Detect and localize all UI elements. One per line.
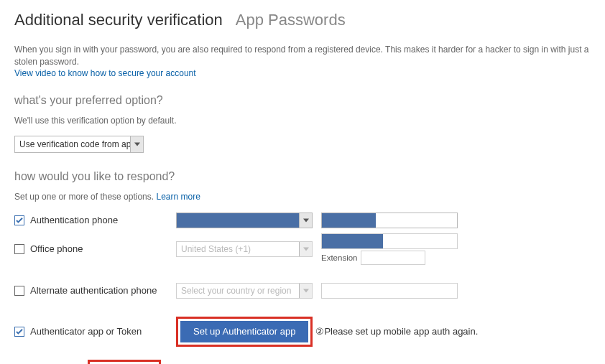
chevron-down-icon [299, 242, 312, 256]
preferred-option-heading: what's your preferred option? [14, 94, 591, 107]
respond-heading: how would you like to respond? [14, 170, 591, 183]
delete-highlight: Delete [88, 360, 161, 364]
redacted-value [322, 213, 376, 228]
auth-app-checkbox[interactable] [14, 327, 24, 337]
preferred-option-sub: We'll use this verification option by de… [14, 116, 591, 126]
alt-phone-number-input[interactable] [321, 283, 458, 299]
office-phone-label: Office phone [30, 243, 83, 254]
auth-phone-country-select[interactable] [176, 213, 313, 228]
office-phone-country-select: United States (+1) [176, 241, 313, 257]
auth-phone-label: Authentication phone [30, 215, 118, 225]
secure-video-link[interactable]: View video to know how to secure your ac… [14, 68, 196, 78]
auth-phone-number-input[interactable] [321, 213, 458, 228]
page-title: Additional security verification [14, 11, 223, 29]
auth-phone-checkbox[interactable] [14, 215, 24, 225]
preferred-option-select[interactable]: Use verification code from app or token [14, 136, 144, 153]
chevron-down-icon [130, 136, 143, 152]
extension-label: Extension [321, 253, 358, 262]
alt-phone-checkbox[interactable] [14, 286, 24, 296]
auth-app-label: Authenticator app or Token [30, 326, 142, 337]
chevron-down-icon [299, 284, 312, 298]
annotation-setup: ②Please set up mobile app auth again. [315, 326, 478, 337]
alt-phone-label: Alternate authentication phone [30, 285, 157, 296]
office-phone-country-value: United States (+1) [177, 242, 299, 256]
tab-app-passwords[interactable]: App Passwords [236, 11, 346, 29]
respond-sub: Set up one or more of these options. [14, 192, 154, 202]
chevron-down-icon [299, 213, 312, 228]
setup-authenticator-button[interactable]: Set up Authenticator app [180, 321, 308, 342]
setup-highlight: Set up Authenticator app [176, 317, 313, 347]
office-phone-number-input [321, 233, 458, 249]
preferred-option-value: Use verification code from app or token [15, 136, 130, 152]
redacted-value [322, 234, 383, 248]
learn-more-link[interactable]: Learn more [156, 192, 200, 202]
alt-phone-country-select[interactable]: Select your country or region [176, 283, 313, 299]
extension-input [361, 251, 425, 265]
office-phone-checkbox[interactable] [14, 244, 24, 254]
alt-phone-country-placeholder: Select your country or region [177, 284, 299, 298]
redacted-value [177, 213, 299, 228]
intro-text: When you sign in with your password, you… [14, 45, 589, 67]
